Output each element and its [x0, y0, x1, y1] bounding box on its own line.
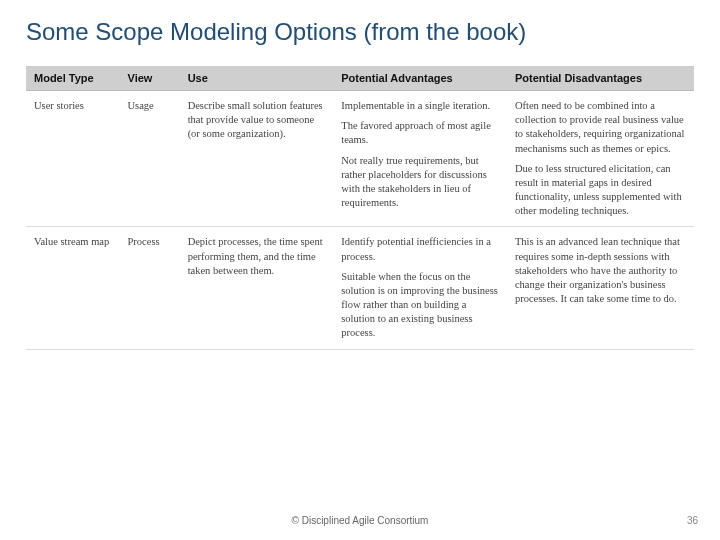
col-disadvantages: Potential Disadvantages — [507, 66, 694, 91]
cell-text: Describe small solution features that pr… — [188, 99, 326, 142]
footer-copyright: © Disciplined Agile Consortium — [0, 515, 720, 526]
cell-disadvantages: This is an advanced lean technique that … — [507, 227, 694, 349]
cell-text: This is an advanced lean technique that … — [515, 235, 686, 306]
cell-use: Depict processes, the time spent perform… — [180, 227, 334, 349]
table-row: Value stream map Process Depict processe… — [26, 227, 694, 349]
slide: Some Scope Modeling Options (from the bo… — [0, 0, 720, 540]
cell-model-type: User stories — [26, 91, 120, 227]
scope-modeling-table: Model Type View Use Potential Advantages… — [26, 66, 694, 350]
cell-advantages: Identify potential inefficiencies in a p… — [333, 227, 507, 349]
cell-view: Process — [120, 227, 180, 349]
col-view: View — [120, 66, 180, 91]
table-header-row: Model Type View Use Potential Advantages… — [26, 66, 694, 91]
cell-text: Due to less structured elicitation, can … — [515, 162, 686, 219]
cell-text: Suitable when the focus on the solution … — [341, 270, 499, 341]
table-row: User stories Usage Describe small soluti… — [26, 91, 694, 227]
page-number: 36 — [687, 515, 698, 526]
cell-text: Not really true requirements, but rather… — [341, 154, 499, 211]
cell-use: Describe small solution features that pr… — [180, 91, 334, 227]
cell-text: The favored approach of most agile teams… — [341, 119, 499, 147]
cell-text: Identify potential inefficiencies in a p… — [341, 235, 499, 263]
cell-view: Usage — [120, 91, 180, 227]
col-model-type: Model Type — [26, 66, 120, 91]
col-use: Use — [180, 66, 334, 91]
cell-text: Often need to be combined into a collect… — [515, 99, 686, 156]
cell-model-type: Value stream map — [26, 227, 120, 349]
col-advantages: Potential Advantages — [333, 66, 507, 91]
cell-advantages: Implementable in a single iteration. The… — [333, 91, 507, 227]
cell-text: Implementable in a single iteration. — [341, 99, 499, 113]
page-title: Some Scope Modeling Options (from the bo… — [26, 18, 694, 46]
cell-disadvantages: Often need to be combined into a collect… — [507, 91, 694, 227]
cell-text: Depict processes, the time spent perform… — [188, 235, 326, 278]
